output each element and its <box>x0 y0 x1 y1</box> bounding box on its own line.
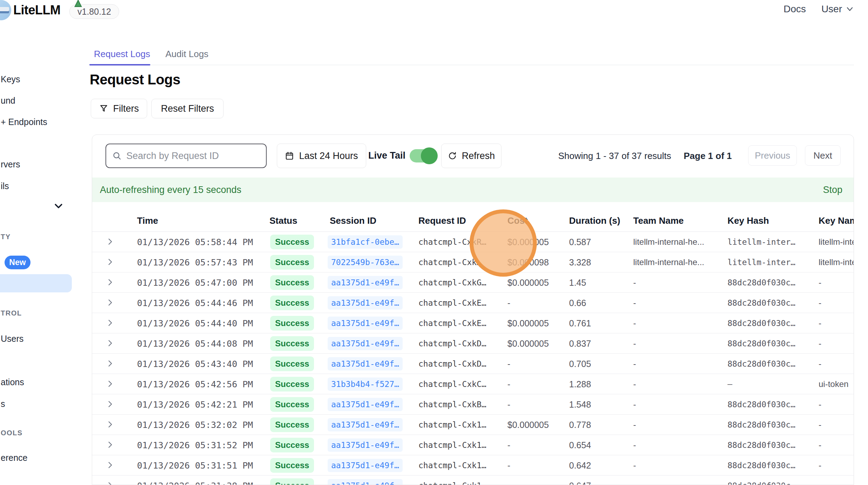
session-id-link[interactable]: aa1375d1-e49f… <box>328 459 403 472</box>
session-id-link[interactable]: aa1375d1-e49f… <box>328 418 403 431</box>
cell-request-id: chatcmpl-CxkB… <box>418 400 486 409</box>
top-nav: Docs User <box>784 4 854 15</box>
session-id-value: aa1375d1-e49f… <box>328 398 403 411</box>
sidebar-item-keys[interactable]: Keys <box>1 74 20 84</box>
brand-title: LiteLLM <box>13 3 60 18</box>
sidebar-item-reference[interactable]: erence <box>1 453 27 463</box>
row-expand-chevron-icon[interactable] <box>105 318 115 328</box>
cell-key-name: - <box>819 318 821 328</box>
row-expand-chevron-icon[interactable] <box>105 237 115 247</box>
cell-team-name: - <box>633 379 636 389</box>
cell-cost: - <box>507 298 510 308</box>
sidebar-item-endpoints[interactable]: + Endpoints <box>1 117 47 127</box>
cell-time: 01/13/2026 05:44:08 PM <box>137 338 253 348</box>
top-bar: LiteLLM v1.80.12 Docs User <box>0 0 868 22</box>
row-expand-chevron-icon[interactable] <box>105 278 115 287</box>
row-expand-chevron-icon[interactable] <box>105 460 115 470</box>
cell-status: Success <box>270 478 314 485</box>
cell-status: Success <box>270 397 314 412</box>
live-tail-toggle[interactable] <box>410 149 436 162</box>
session-id-link[interactable]: aa1375d1-e49f… <box>328 296 403 310</box>
user-menu[interactable]: User <box>821 4 854 15</box>
cell-cost: $0.000005 <box>507 318 549 328</box>
cell-duration: 1.548 <box>569 399 591 409</box>
session-id-link[interactable]: aa1375d1-e49f… <box>328 479 403 485</box>
cell-request-id: chatcmpl-CxkD… <box>418 359 486 368</box>
cell-key-name: - <box>819 400 821 409</box>
sidebar-item-organizations[interactable]: ations <box>1 377 24 387</box>
cell-status: Success <box>270 458 314 473</box>
row-expand-chevron-icon[interactable] <box>105 359 115 369</box>
cell-duration: 0.654 <box>569 440 591 450</box>
row-expand-chevron-icon[interactable] <box>105 481 115 485</box>
row-expand-chevron-icon[interactable] <box>105 257 115 267</box>
cell-status: Success <box>270 336 314 351</box>
sidebar-item-guardrails[interactable]: ils <box>1 181 9 191</box>
cell-status: Success <box>270 356 314 371</box>
reset-filters-button[interactable]: Reset Filters <box>151 99 224 118</box>
tabs-row: Request Logs Audit Logs <box>88 49 854 65</box>
cell-cost: $0.000005 <box>507 277 549 287</box>
search-input[interactable] <box>126 151 260 161</box>
cell-key-hash: 88dc28d0f030c… <box>727 400 795 409</box>
tab-request-logs[interactable]: Request Logs <box>94 49 150 60</box>
row-expand-chevron-icon[interactable] <box>105 339 115 348</box>
session-id-link[interactable]: 31bfa1cf-0ebe… <box>328 235 403 249</box>
new-badge: New <box>5 256 30 269</box>
row-expand-chevron-icon[interactable] <box>105 420 115 430</box>
cell-team-name: - <box>633 318 636 328</box>
session-id-link[interactable]: aa1375d1-e49f… <box>328 276 403 289</box>
col-header-duration: Duration (s) <box>569 215 620 226</box>
row-expand-chevron-icon[interactable] <box>105 440 115 450</box>
cell-key-hash: 88dc28d0f030c… <box>727 339 795 348</box>
filters-button[interactable]: Filters <box>91 99 147 118</box>
sidebar-item-servers[interactable]: rvers <box>1 159 20 169</box>
previous-button[interactable]: Previous <box>748 145 797 166</box>
cell-request-id: chatcmpl-CxkE… <box>418 319 486 328</box>
table-row: 01/13/2026 05:44:40 PM Success aa1375d1-… <box>92 313 854 333</box>
session-id-link[interactable]: aa1375d1-e49f… <box>328 317 403 330</box>
cell-time: 01/13/2026 05:32:02 PM <box>137 420 253 430</box>
tab-audit-logs[interactable]: Audit Logs <box>165 49 209 60</box>
user-label: User <box>821 4 842 15</box>
cell-cost: $0.000005 <box>507 338 549 348</box>
row-expand-chevron-icon[interactable] <box>105 400 115 409</box>
cell-duration: 0.647 <box>569 480 591 485</box>
refresh-button[interactable]: Refresh <box>441 144 501 168</box>
auto-refresh-message: Auto-refreshing every 15 seconds <box>100 185 241 195</box>
time-range-button[interactable]: Last 24 Hours <box>277 144 366 168</box>
cell-time: 01/13/2026 05:47:00 PM <box>137 277 253 287</box>
cell-key-name: ui-token <box>819 379 848 389</box>
table-body: 01/13/2026 05:58:44 PM Success 31bfa1cf-… <box>92 232 854 485</box>
docs-link[interactable]: Docs <box>784 4 806 15</box>
litellm-admin-page: LiteLLM v1.80.12 Docs User Keys und + En… <box>0 0 868 485</box>
sidebar-item-teams[interactable]: s <box>1 399 5 409</box>
sidebar-collapse-chevron-icon[interactable] <box>53 201 64 212</box>
cell-cost: $0.000005 <box>507 420 549 430</box>
session-id-link[interactable]: aa1375d1-e49f… <box>328 337 403 350</box>
table-row: 01/13/2026 05:42:56 PM Success 31b3b4b4-… <box>92 374 854 394</box>
cell-team-name: - <box>633 278 636 287</box>
cell-duration: 0.837 <box>569 338 591 348</box>
session-id-link[interactable]: 7022549b-763e… <box>328 256 403 269</box>
sidebar-item-users[interactable]: Users <box>1 334 23 344</box>
session-id-link[interactable]: aa1375d1-e49f… <box>328 438 403 452</box>
session-id-link[interactable]: 31b3b4b4-f527… <box>328 377 403 391</box>
cell-cost: $0.000005 <box>507 237 549 247</box>
next-button[interactable]: Next <box>805 145 841 166</box>
status-badge: Success <box>270 275 314 290</box>
stop-auto-refresh-link[interactable]: Stop <box>823 185 842 195</box>
status-badge: Success <box>270 438 314 452</box>
row-expand-chevron-icon[interactable] <box>105 379 115 389</box>
sidebar-selected-item[interactable] <box>0 274 72 292</box>
cell-key-name: - <box>819 481 821 485</box>
refresh-label: Refresh <box>462 151 495 161</box>
session-id-link[interactable]: aa1375d1-e49f… <box>328 398 403 411</box>
col-header-request: Request ID <box>418 215 466 226</box>
session-id-link[interactable]: aa1375d1-e49f… <box>328 357 403 370</box>
row-expand-chevron-icon[interactable] <box>105 298 115 308</box>
sidebar-section-header: OOLS <box>1 429 23 437</box>
status-badge: Success <box>270 336 314 351</box>
sidebar: Keys und + Endpoints rvers ils TY New TR… <box>0 22 88 485</box>
sidebar-item-playground[interactable]: und <box>1 96 15 106</box>
